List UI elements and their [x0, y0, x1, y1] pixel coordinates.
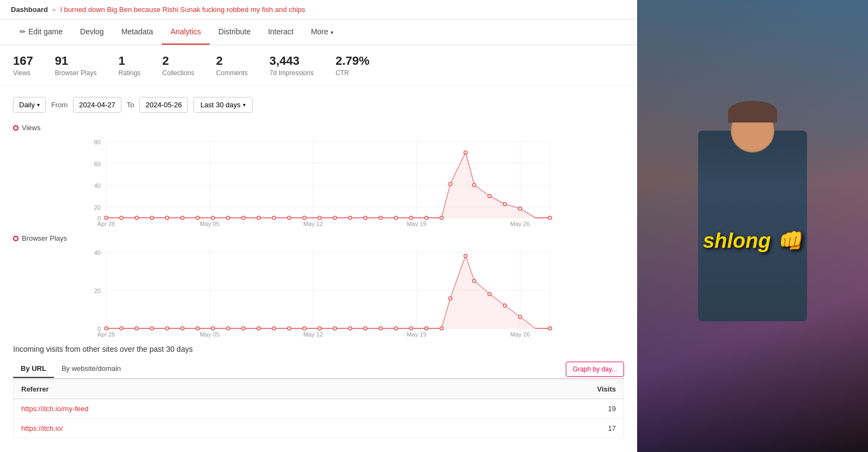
breadcrumb-game-title[interactable]: I burned down Big Ben because Rishi Suna…	[60, 5, 305, 14]
svg-point-32	[257, 216, 260, 219]
tab-distribute[interactable]: Distribute	[210, 20, 259, 45]
edit-icon: ✏	[20, 27, 26, 36]
svg-text:May 05: May 05	[200, 331, 219, 338]
svg-point-80	[257, 327, 260, 330]
incoming-visits-title: Incoming visits from other sites over th…	[13, 345, 624, 353]
svg-point-71	[120, 327, 123, 330]
referrer-tab-by-domain[interactable]: By website/domain	[54, 360, 129, 378]
svg-text:20: 20	[94, 288, 101, 294]
stat-ratings: 1 Ratings	[118, 54, 140, 77]
table-row: https://itch.io/my-feed19	[14, 399, 624, 419]
referrer-link[interactable]: https://itch.io/my-feed	[21, 405, 89, 413]
svg-point-98	[518, 315, 522, 319]
svg-point-42	[409, 216, 413, 219]
svg-text:May 19: May 19	[407, 221, 426, 227]
svg-point-45	[449, 182, 452, 186]
tab-devlog[interactable]: Devlog	[71, 20, 113, 45]
from-label: From	[51, 101, 68, 109]
svg-point-43	[425, 216, 428, 219]
svg-point-35	[303, 216, 306, 219]
svg-point-73	[150, 327, 154, 330]
svg-point-70	[105, 327, 108, 330]
svg-point-88	[379, 327, 382, 330]
granularity-select[interactable]: Daily ▾	[13, 97, 46, 113]
breadcrumb-separator: »	[52, 5, 56, 14]
svg-point-38	[349, 216, 352, 219]
svg-text:May 26: May 26	[510, 331, 530, 338]
granularity-chevron-icon: ▾	[37, 102, 40, 108]
analytics-body: Daily ▾ From 2024-04-27 To 2024-05-26 La…	[0, 86, 637, 449]
svg-point-29	[211, 216, 215, 219]
svg-point-23	[120, 216, 123, 219]
svg-point-85	[333, 327, 337, 330]
svg-point-78	[227, 327, 230, 330]
svg-point-40	[379, 216, 382, 219]
browser-plays-chart-section: Browser Plays 40 20 0	[13, 234, 624, 334]
svg-point-94	[464, 254, 467, 258]
tab-edit-game[interactable]: ✏ Edit game	[11, 20, 71, 45]
svg-point-84	[318, 327, 321, 330]
svg-point-74	[166, 327, 169, 330]
table-row: https://itch.io/17	[14, 419, 624, 438]
svg-point-75	[181, 327, 184, 330]
browser-plays-dot-icon	[13, 236, 19, 241]
referrer-link[interactable]: https://itch.io/	[21, 424, 63, 432]
svg-point-76	[196, 327, 199, 330]
svg-point-51	[548, 216, 552, 219]
svg-point-97	[503, 304, 506, 307]
stat-browser-plays: 91 Browser Plays	[55, 54, 97, 77]
svg-point-33	[272, 216, 276, 219]
svg-text:40: 40	[94, 249, 101, 256]
range-chevron-icon: ▾	[243, 102, 246, 108]
tab-more[interactable]: More ▾	[302, 20, 342, 45]
svg-point-92	[440, 327, 443, 330]
date-range-button[interactable]: Last 30 days ▾	[193, 97, 253, 113]
to-label: To	[127, 101, 135, 109]
from-date-input[interactable]: 2024-04-27	[73, 97, 121, 113]
filter-bar: Daily ▾ From 2024-04-27 To 2024-05-26 La…	[13, 97, 624, 113]
svg-text:May 12: May 12	[303, 221, 323, 227]
visits-column-header: Visits	[445, 380, 624, 399]
svg-point-77	[211, 327, 215, 330]
visits-cell: 19	[445, 399, 624, 419]
svg-point-41	[394, 216, 398, 219]
svg-point-24	[135, 216, 138, 219]
svg-text:May 05: May 05	[200, 221, 219, 227]
svg-point-90	[409, 327, 413, 330]
graph-by-day-button[interactable]: Graph by day...	[566, 362, 624, 377]
tab-metadata[interactable]: Metadata	[113, 20, 162, 45]
svg-text:20: 20	[94, 204, 101, 211]
referrer-table: Referrer Visits https://itch.io/my-feed1…	[13, 379, 624, 438]
main-content: Dashboard » I burned down Big Ben becaus…	[0, 0, 637, 452]
svg-point-36	[318, 216, 321, 219]
views-chart-label: Views	[13, 124, 624, 132]
svg-point-31	[242, 216, 245, 219]
chevron-down-icon: ▾	[331, 29, 333, 35]
svg-point-86	[349, 327, 352, 330]
stat-collections: 2 Collections	[162, 54, 194, 77]
svg-text:May 26: May 26	[510, 221, 530, 227]
svg-point-37	[333, 216, 337, 219]
overlay-text: shlong 👊	[703, 229, 802, 253]
svg-point-93	[449, 297, 452, 300]
to-date-input[interactable]: 2024-05-26	[139, 97, 188, 113]
svg-point-83	[303, 327, 306, 330]
stat-views: 167 Views	[13, 54, 33, 77]
svg-text:60: 60	[94, 161, 101, 167]
svg-text:Apr 28: Apr 28	[97, 331, 115, 338]
tab-interact[interactable]: Interact	[259, 20, 302, 45]
svg-point-99	[548, 327, 552, 330]
svg-text:40: 40	[94, 182, 101, 189]
svg-point-46	[464, 151, 467, 154]
views-chart: 80 60 40 20 0	[13, 136, 624, 223]
referrer-tab-by-url[interactable]: By URL	[13, 360, 54, 378]
svg-point-81	[272, 327, 276, 330]
visits-cell: 17	[445, 419, 624, 438]
views-chart-section: Views 80 60 40 20 0	[13, 124, 624, 223]
referrer-cell: https://itch.io/	[14, 419, 445, 438]
tab-analytics[interactable]: Analytics	[162, 20, 210, 45]
svg-point-26	[166, 216, 169, 219]
tab-bar: ✏ Edit game Devlog Metadata Analytics Di…	[0, 20, 637, 45]
stat-ctr: 2.79% CTR	[335, 54, 369, 77]
incoming-visits-section: Incoming visits from other sites over th…	[13, 345, 624, 438]
